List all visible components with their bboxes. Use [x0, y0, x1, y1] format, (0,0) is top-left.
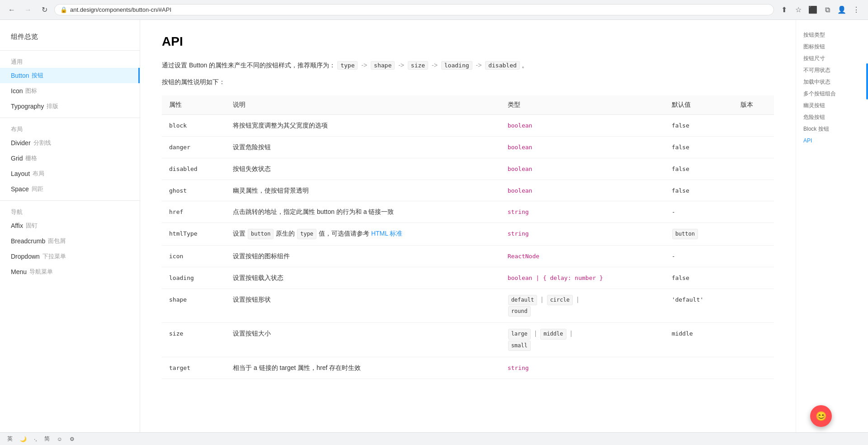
- link-html[interactable]: HTML: [371, 230, 388, 237]
- table-row: size 设置按钮大小 large | middle | small middl…: [162, 323, 774, 357]
- content-area: API 通过设置 Button 的属性来产生不同的按钮样式，推荐顺序为： typ…: [140, 20, 796, 432]
- prop-block: block: [169, 122, 187, 129]
- default-shape: 'default': [672, 296, 703, 303]
- sidebar-item-layout[interactable]: Layout 布局: [0, 166, 140, 181]
- table-row: href 点击跳转的地址，指定此属性 button 的行为和 a 链接一致 st…: [162, 201, 774, 223]
- table-row: icon 设置按钮的图标组件 ReactNode -: [162, 246, 774, 267]
- address-bar[interactable]: 🔒 ant.design/components/button-cn/#API: [54, 4, 774, 15]
- toc-item-ghost[interactable]: 幽灵按钮: [803, 99, 861, 111]
- type-htmltype: string: [508, 230, 529, 237]
- default-disabled: false: [672, 166, 689, 172]
- sidebar-item-typography[interactable]: Typography 排版: [0, 99, 140, 114]
- code-shape: shape: [371, 61, 395, 70]
- toc-item-button-type[interactable]: 按钮类型: [803, 29, 861, 41]
- code-type-tag: type: [297, 229, 316, 239]
- sidebar-item-grid[interactable]: Grid 栅格: [0, 151, 140, 166]
- sidebar-item-affix[interactable]: Affix 固钉: [0, 218, 140, 233]
- col-header-type: 类型: [500, 95, 665, 115]
- type-shape-round: round: [508, 306, 531, 317]
- link-standard[interactable]: 标准: [390, 230, 402, 237]
- url-text: ant.design/components/button-cn/#API: [70, 6, 768, 13]
- api-title: API: [162, 34, 774, 49]
- toc-item-danger[interactable]: 危险按钮: [803, 111, 861, 123]
- main-container: 组件总览 通用 Button 按钮 Icon 图标 Typography 排版 …: [0, 20, 868, 432]
- profile-button[interactable]: 👤: [835, 4, 848, 16]
- type-shape-circle: circle: [547, 295, 573, 305]
- bookmark-button[interactable]: ☆: [792, 4, 805, 16]
- forward-button[interactable]: →: [22, 4, 34, 16]
- sidebar-item-breadcrumb[interactable]: Breadcrumb 面包屑: [0, 233, 140, 249]
- code-size: size: [408, 61, 428, 70]
- extension-button[interactable]: ⬛: [807, 4, 819, 16]
- sidebar-item-button[interactable]: Button 按钮: [0, 68, 140, 83]
- scroll-indicator: [866, 63, 868, 99]
- sidebar-item-menu[interactable]: Menu 导航菜单: [0, 264, 140, 279]
- status-lang: 英: [7, 435, 13, 443]
- default-loading: false: [672, 275, 689, 281]
- code-disabled: disabled: [485, 61, 520, 70]
- sidebar-item-icon[interactable]: Icon 图标: [0, 83, 140, 99]
- prop-ghost: ghost: [169, 187, 187, 194]
- sidebar-item-overview[interactable]: 组件总览: [0, 27, 140, 47]
- sidebar-divider-top: [0, 50, 140, 51]
- type-loading: boolean | { delay: number }: [508, 275, 603, 281]
- default-htmltype: button: [672, 229, 698, 239]
- status-bar: 英 🌙 ·, 简 ☺ ⚙: [0, 432, 868, 445]
- prop-htmltype: htmlType: [169, 230, 198, 237]
- default-icon: -: [672, 253, 675, 260]
- table-row: target 相当于 a 链接的 target 属性，href 存在时生效 st…: [162, 357, 774, 379]
- back-button[interactable]: ←: [5, 4, 18, 16]
- browser-actions: ⬆ ☆ ⬛ ⧉ 👤 ⋮: [778, 4, 863, 16]
- col-header-default: 默认值: [665, 95, 734, 115]
- toc-item-icon-button[interactable]: 图标按钮: [803, 41, 861, 52]
- status-dot: ·,: [34, 436, 37, 442]
- status-face: ☺: [57, 436, 62, 442]
- prop-disabled: disabled: [169, 166, 198, 172]
- toc-item-loading[interactable]: 加载中状态: [803, 76, 861, 88]
- prop-danger: danger: [169, 144, 190, 151]
- type-icon: ReactNode: [508, 253, 539, 260]
- table-row: ghost 幽灵属性，使按钮背景透明 boolean false: [162, 180, 774, 201]
- reload-button[interactable]: ↻: [38, 4, 51, 16]
- type-block: boolean: [508, 122, 533, 129]
- col-header-desc: 说明: [226, 95, 500, 115]
- prop-href: href: [169, 208, 183, 215]
- api-description: 通过设置 Button 的属性来产生不同的按钮样式，推荐顺序为： type ->…: [162, 60, 774, 71]
- api-table: 属性 说明 类型 默认值 版本 block 将按钮宽度调整为其父宽度的选项 bo…: [162, 95, 774, 379]
- status-settings: ⚙: [70, 436, 75, 442]
- code-type: type: [337, 61, 358, 70]
- toc-item-button-size[interactable]: 按钮尺寸: [803, 52, 861, 64]
- toc-item-multiple[interactable]: 多个按钮组合: [803, 88, 861, 99]
- split-view-button[interactable]: ⧉: [821, 4, 834, 16]
- share-button[interactable]: ⬆: [778, 4, 790, 16]
- type-ghost: boolean: [508, 187, 533, 194]
- fab-icon: 😊: [816, 411, 827, 421]
- toc-item-disabled[interactable]: 不可用状态: [803, 64, 861, 76]
- browser-bar: ← → ↻ 🔒 ant.design/components/button-cn/…: [0, 0, 868, 20]
- prop-loading: loading: [169, 275, 194, 281]
- toc-item-api[interactable]: API: [803, 135, 861, 147]
- col-header-prop: 属性: [162, 95, 226, 115]
- api-subtitle: 按钮的属性说明如下：: [162, 78, 774, 86]
- table-row: danger 设置危险按钮 boolean false: [162, 136, 774, 158]
- right-toc: 按钮类型 图标按钮 按钮尺寸 不可用状态 加载中状态 多个按钮组合 幽灵按钮 危…: [796, 20, 868, 432]
- status-moon: 🌙: [20, 436, 27, 442]
- sidebar-item-space[interactable]: Space 间距: [0, 181, 140, 197]
- type-shape-default: default: [508, 295, 538, 305]
- sidebar-item-dropdown[interactable]: Dropdown 下拉菜单: [0, 249, 140, 264]
- sidebar-section-general: 通用: [0, 54, 140, 68]
- sidebar-section-nav: 导航: [0, 204, 140, 218]
- table-row: disabled 按钮失效状态 boolean false: [162, 158, 774, 180]
- prop-icon: icon: [169, 253, 183, 260]
- type-disabled: boolean: [508, 166, 533, 172]
- sidebar-item-divider[interactable]: Divider 分割线: [0, 135, 140, 151]
- type-size-small: small: [508, 341, 531, 351]
- more-button[interactable]: ⋮: [850, 4, 863, 16]
- prop-target: target: [169, 365, 190, 371]
- sidebar-divider-2: [0, 200, 140, 201]
- fab-button[interactable]: 😊: [810, 405, 832, 427]
- toc-item-block[interactable]: Block 按钮: [803, 123, 861, 135]
- type-target: string: [508, 365, 529, 371]
- table-row: shape 设置按钮形状 default | circle | round 'd…: [162, 289, 774, 322]
- code-button: button: [248, 229, 274, 239]
